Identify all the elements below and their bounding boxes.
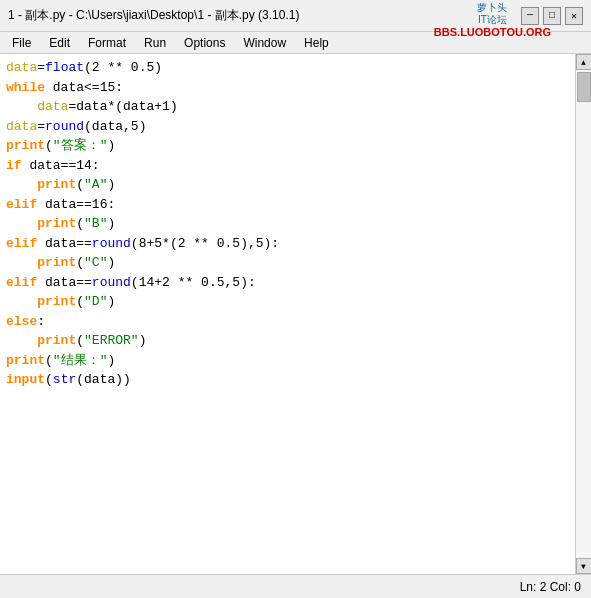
code-line-6: if data==14: — [6, 156, 569, 176]
code-line-15: print("ERROR") — [6, 331, 569, 351]
code-line-5: print("答案：") — [6, 136, 569, 156]
code-line-2: while data<=15: — [6, 78, 569, 98]
code-line-10: elif data==round(8+5*(2 ** 0.5),5): — [6, 234, 569, 254]
menu-format[interactable]: Format — [80, 34, 134, 52]
code-line-4: data=round(data,5) — [6, 117, 569, 137]
menu-file[interactable]: File — [4, 34, 39, 52]
scroll-thumb[interactable] — [577, 72, 591, 102]
code-line-3: data=data*(data+1) — [6, 97, 569, 117]
code-line-13: print("D") — [6, 292, 569, 312]
logo-site: BBS.LUOBOTOU.ORG — [434, 26, 551, 39]
cursor-position: Ln: 2 Col: 0 — [520, 580, 581, 594]
code-line-9: print("B") — [6, 214, 569, 234]
logo: 萝卜头 IT论坛 BBS.LUOBOTOU.ORG — [434, 2, 551, 39]
logo-line1: 萝卜头 — [434, 2, 551, 14]
close-button[interactable]: ✕ — [565, 7, 583, 25]
menu-options[interactable]: Options — [176, 34, 233, 52]
scroll-down-button[interactable]: ▼ — [576, 558, 592, 574]
editor-container: data=float(2 ** 0.5) while data<=15: dat… — [0, 54, 591, 574]
code-line-17: input(str(data)) — [6, 370, 569, 390]
code-line-7: print("A") — [6, 175, 569, 195]
scroll-up-button[interactable]: ▲ — [576, 54, 592, 70]
menu-edit[interactable]: Edit — [41, 34, 78, 52]
code-editor[interactable]: data=float(2 ** 0.5) while data<=15: dat… — [0, 54, 575, 574]
code-line-1: data=float(2 ** 0.5) — [6, 58, 569, 78]
vertical-scrollbar[interactable]: ▲ ▼ — [575, 54, 591, 574]
code-line-16: print("结果：") — [6, 351, 569, 371]
menu-window[interactable]: Window — [235, 34, 294, 52]
code-line-11: print("C") — [6, 253, 569, 273]
code-line-12: elif data==round(14+2 ** 0.5,5): — [6, 273, 569, 293]
menu-help[interactable]: Help — [296, 34, 337, 52]
logo-line2: IT论坛 — [434, 14, 551, 26]
scroll-track — [576, 70, 591, 558]
title-bar: 1 - 副本.py - C:\Users\jiaxi\Desktop\1 - 副… — [0, 0, 591, 32]
code-line-8: elif data==16: — [6, 195, 569, 215]
code-line-14: else: — [6, 312, 569, 332]
menu-run[interactable]: Run — [136, 34, 174, 52]
status-bar: Ln: 2 Col: 0 — [0, 574, 591, 598]
